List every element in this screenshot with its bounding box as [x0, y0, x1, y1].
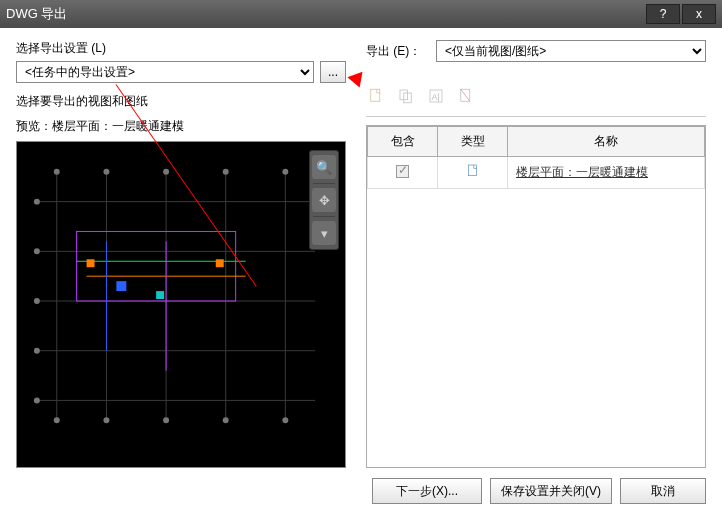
delete-sheet-icon[interactable]: [456, 86, 476, 106]
name-cell[interactable]: 楼层平面：一层暖通建模: [508, 157, 705, 189]
svg-point-33: [34, 397, 40, 403]
close-button[interactable]: x: [682, 4, 716, 24]
cancel-button[interactable]: 取消: [620, 478, 706, 504]
svg-rect-17: [87, 259, 95, 267]
svg-rect-34: [371, 89, 380, 101]
svg-rect-41: [468, 165, 476, 176]
svg-line-40: [461, 89, 470, 101]
preview-tool-pan-icon[interactable]: ✥: [312, 188, 336, 212]
help-button[interactable]: ?: [646, 4, 680, 24]
col-include: 包含: [368, 127, 438, 157]
type-cell: [438, 157, 508, 189]
export-scope-select[interactable]: <仅当前视图/图纸>: [436, 40, 706, 62]
save-close-button[interactable]: 保存设置并关闭(V): [490, 478, 612, 504]
next-button[interactable]: 下一步(X)...: [372, 478, 482, 504]
select-views-label: 选择要导出的视图和图纸: [16, 93, 346, 110]
svg-rect-10: [77, 231, 236, 301]
views-table: 包含 类型 名称 楼层平面：一层暖通建模: [366, 125, 706, 468]
window-title: DWG 导出: [6, 5, 644, 23]
include-checkbox[interactable]: [396, 165, 409, 178]
svg-point-24: [54, 417, 60, 423]
svg-point-27: [223, 417, 229, 423]
toolbar: A|: [366, 80, 706, 117]
svg-point-26: [163, 417, 169, 423]
preview-toolbox: 🔍 ✥ ▾: [309, 150, 339, 250]
svg-point-19: [54, 169, 60, 175]
svg-point-30: [34, 248, 40, 254]
svg-point-20: [103, 169, 109, 175]
select-all-icon[interactable]: A|: [426, 86, 446, 106]
sheet-icon: [465, 163, 481, 179]
preview-tool-search-icon[interactable]: 🔍: [312, 155, 336, 179]
svg-point-29: [34, 199, 40, 205]
col-name: 名称: [508, 127, 705, 157]
preview-tool-more-icon[interactable]: ▾: [312, 221, 336, 245]
svg-rect-15: [116, 281, 126, 291]
svg-rect-18: [216, 259, 224, 267]
svg-point-22: [223, 169, 229, 175]
svg-point-28: [282, 417, 288, 423]
svg-text:A|: A|: [432, 92, 440, 102]
preview-label: 预览：楼层平面：一层暖通建模: [16, 118, 346, 135]
cad-preview-svg: [17, 142, 345, 450]
export-label: 导出 (E)：: [366, 43, 426, 60]
new-sheet-icon[interactable]: [366, 86, 386, 106]
titlebar: DWG 导出 ? x: [0, 0, 722, 28]
browse-settings-button[interactable]: ...: [320, 61, 346, 83]
svg-point-31: [34, 298, 40, 304]
svg-point-21: [163, 169, 169, 175]
svg-point-32: [34, 348, 40, 354]
svg-rect-16: [156, 291, 164, 299]
copy-sheet-icon[interactable]: [396, 86, 416, 106]
preview-viewport: 🔍 ✥ ▾: [16, 141, 346, 468]
footer: 下一步(X)... 保存设置并关闭(V) 取消: [372, 478, 706, 504]
col-type: 类型: [438, 127, 508, 157]
svg-point-23: [282, 169, 288, 175]
export-settings-select[interactable]: <任务中的导出设置>: [16, 61, 314, 83]
svg-point-25: [103, 417, 109, 423]
table-row[interactable]: 楼层平面：一层暖通建模: [368, 157, 705, 189]
select-export-settings-label: 选择导出设置 (L): [16, 40, 346, 57]
